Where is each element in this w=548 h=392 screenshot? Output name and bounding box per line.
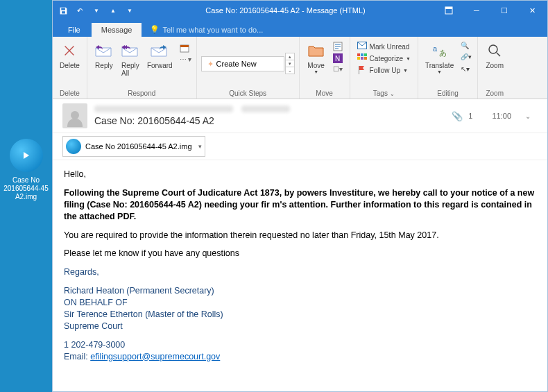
message-subject: Case No: 201605644-45 A2 (94, 115, 445, 126)
body-greeting: Hello, (64, 169, 536, 180)
svg-rect-11 (357, 57, 360, 60)
message-body: Hello, Following the Supreme Court of Ju… (53, 160, 547, 391)
forward-button[interactable]: Forward (144, 40, 175, 71)
group-label-move: Move (316, 88, 332, 97)
followup-button[interactable]: Follow Up ▼ (354, 65, 413, 76)
meeting-button[interactable] (177, 42, 192, 53)
reply-all-button[interactable]: Reply All (118, 40, 143, 78)
group-label-respond: Respond (128, 88, 155, 97)
body-paragraph-1: Following the Supreme Court of Judicatur… (64, 187, 536, 223)
ribbon-group-delete: Delete Delete (53, 37, 87, 99)
svg-rect-9 (361, 53, 363, 56)
ribbon-group-quicksteps: ✦ Create New ▴▾⌄ Quick Steps (197, 37, 300, 99)
body-regards: Regards, (64, 266, 536, 278)
select-button[interactable]: ↖▾ (458, 65, 473, 76)
delete-icon (60, 41, 79, 60)
group-label-tags: Tags ⌄ (373, 88, 395, 97)
body-paragraph-2: You are required to provide the informat… (64, 230, 536, 241)
group-label-delete: Delete (60, 88, 80, 97)
zoom-button[interactable]: Zoom (482, 40, 507, 71)
tell-me-placeholder: Tell me what you want to do... (162, 26, 263, 34)
find-button[interactable]: 🔍 (458, 41, 473, 52)
svg-rect-12 (361, 57, 363, 60)
qat-undo-icon[interactable]: ↶ (75, 6, 85, 15)
qat-up-icon[interactable]: ▲ (108, 6, 118, 15)
attachment-chip[interactable]: Case No 201605644-45 A2.img (62, 136, 205, 157)
svg-text:あ: あ (439, 49, 447, 57)
more-respond-button[interactable]: ⋯ ▾ (177, 55, 192, 66)
attachment-filename: Case No 201605644-45 A2.img (85, 142, 192, 151)
tell-me-search[interactable]: 💡 Tell me what you want to do... (143, 22, 270, 37)
svg-rect-8 (357, 53, 360, 56)
titlebar: ↶ ▼ ▲ ▼ Case No: 201605644-45 A2 - Messa… (53, 1, 547, 20)
ribbon-group-tags: Mark Unread Categorize ▼ Follow Up ▼ Tag… (350, 37, 418, 99)
create-new-quickstep[interactable]: ✦ Create New (201, 56, 284, 71)
signature-block: Richard Heaton (Permanent Secretary) ON … (64, 285, 536, 332)
ribbon-group-respond: Reply Reply All Forward ⋯ ▾ Respond (87, 37, 197, 99)
meeting-icon (180, 43, 189, 53)
close-button[interactable]: ✕ (520, 2, 545, 19)
forward-icon (150, 41, 169, 60)
ribbon-group-zoom: Zoom Zoom (478, 37, 511, 99)
flag-icon (357, 65, 367, 75)
collapse-header-button[interactable]: ⌄ (518, 112, 538, 120)
tab-message[interactable]: Message (92, 23, 142, 37)
more-icon: ⋯ ▾ (180, 56, 189, 65)
related-button[interactable]: 🔗▾ (458, 53, 473, 64)
related-icon: 🔗▾ (461, 53, 470, 63)
reply-icon (94, 41, 114, 60)
ribbon-tabs: File Message 💡 Tell me what you want to … (53, 20, 547, 37)
translate-icon: aあ (430, 41, 449, 60)
delete-button[interactable]: Delete (57, 40, 83, 71)
svg-rect-10 (364, 53, 367, 56)
quickstep-gallery-controls[interactable]: ▴▾⌄ (285, 53, 295, 74)
onenote-icon: N (333, 53, 343, 63)
find-icon: 🔍 (461, 42, 470, 51)
ribbon: Delete Delete Reply Reply All Forward (53, 37, 547, 99)
categorize-icon (357, 53, 367, 63)
message-time: 11:00 (492, 112, 511, 120)
attachment-file-icon (66, 139, 81, 154)
svg-point-17 (489, 45, 497, 53)
svg-rect-3 (180, 45, 189, 47)
ribbon-options-button[interactable] (436, 2, 461, 19)
rules-button[interactable] (330, 41, 345, 52)
rules-icon (333, 42, 343, 51)
actions-button[interactable]: ☐▾ (330, 65, 345, 76)
desktop-file-icon[interactable] (10, 139, 43, 172)
message-header: Case No: 201605644-45 A2 📎 1 11:00 ⌄ (53, 99, 547, 133)
svg-rect-1 (445, 7, 452, 9)
svg-text:a: a (433, 44, 438, 53)
actions-icon: ☐▾ (333, 65, 343, 75)
outlook-message-window: ↶ ▼ ▲ ▼ Case No: 201605644-45 A2 - Messa… (52, 0, 548, 392)
mark-unread-button[interactable]: Mark Unread (354, 41, 413, 52)
save-icon[interactable] (58, 6, 68, 15)
cursor-icon: ↖▾ (461, 65, 470, 75)
onenote-button[interactable]: N (330, 53, 345, 64)
svg-text:N: N (335, 55, 340, 62)
reply-button[interactable]: Reply (92, 40, 117, 71)
ribbon-group-editing: aあ Translate▼ 🔍 🔗▾ ↖▾ Editing (418, 37, 478, 99)
body-paragraph-3: Please let me know if you have any quest… (64, 248, 536, 259)
sender-name-redacted (94, 105, 233, 112)
minimize-button[interactable]: ─ (464, 2, 489, 19)
sender-avatar (62, 103, 87, 128)
categorize-button[interactable]: Categorize ▼ (354, 53, 413, 64)
email-link[interactable]: efilingsupport@supremecourt.gov (90, 352, 220, 361)
qat-more-icon[interactable]: ▼ (92, 6, 101, 15)
window-title: Case No: 201605644-45 A2 - Message (HTML… (135, 6, 436, 15)
translate-button[interactable]: aあ Translate▼ (422, 40, 456, 76)
group-label-quicksteps: Quick Steps (229, 88, 266, 97)
attachment-row: Case No 201605644-45 A2.img (53, 133, 547, 160)
recipient-redacted (241, 105, 290, 112)
tab-file[interactable]: File (58, 23, 90, 37)
move-button[interactable]: Move▼ (304, 40, 329, 76)
maximize-button[interactable]: ☐ (492, 2, 517, 19)
svg-rect-13 (364, 57, 367, 60)
group-label-editing: Editing (437, 88, 459, 97)
desktop-background: Case No 201605644-45 A2.img (0, 0, 52, 392)
desktop-file-label[interactable]: Case No 201605644-45 A2.img (2, 176, 51, 201)
group-label-zoom: Zoom (486, 88, 504, 97)
zoom-icon (485, 41, 504, 60)
qat-down-icon[interactable]: ▼ (125, 6, 135, 15)
